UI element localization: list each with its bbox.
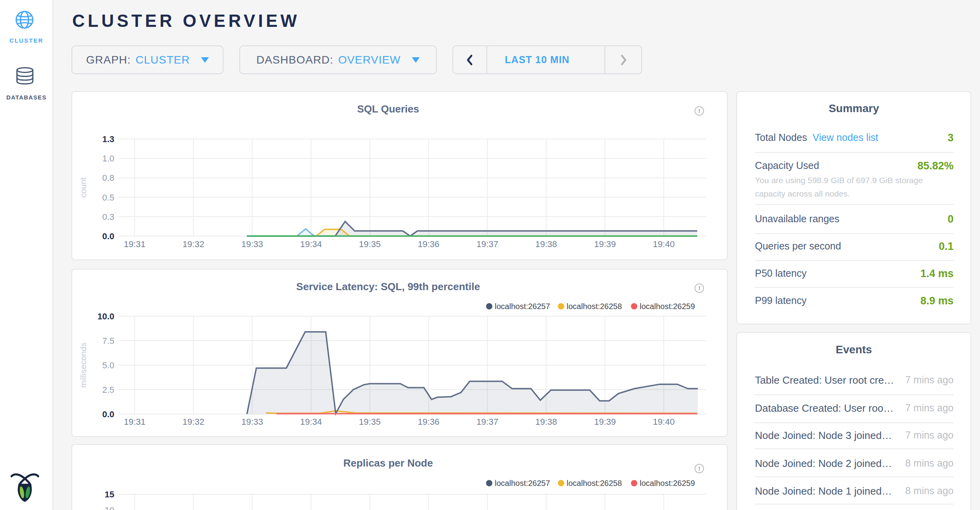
svg-text:15: 15 bbox=[105, 489, 114, 499]
svg-text:19:36: 19:36 bbox=[418, 239, 439, 249]
svg-text:19:38: 19:38 bbox=[535, 239, 557, 249]
svg-text:19:36: 19:36 bbox=[418, 417, 439, 427]
svg-text:19:35: 19:35 bbox=[359, 239, 381, 249]
svg-text:0.0: 0.0 bbox=[102, 409, 115, 419]
svg-text:19:40: 19:40 bbox=[653, 417, 675, 427]
svg-text:0.5: 0.5 bbox=[102, 193, 115, 202]
svg-text:19:38: 19:38 bbox=[535, 417, 557, 427]
svg-text:19:32: 19:32 bbox=[182, 239, 204, 249]
svg-text:19:39: 19:39 bbox=[594, 417, 616, 427]
svg-text:1.3: 1.3 bbox=[102, 134, 115, 144]
svg-text:10: 10 bbox=[105, 505, 114, 510]
svg-text:19:40: 19:40 bbox=[653, 239, 675, 249]
svg-text:5.0: 5.0 bbox=[102, 360, 115, 370]
svg-text:10.0: 10.0 bbox=[98, 311, 115, 321]
svg-text:count: count bbox=[79, 177, 88, 198]
svg-text:19:39: 19:39 bbox=[594, 239, 616, 249]
svg-text:7.5: 7.5 bbox=[102, 336, 115, 346]
svg-text:19:37: 19:37 bbox=[477, 417, 498, 427]
svg-text:19:37: 19:37 bbox=[477, 239, 498, 249]
svg-text:19:31: 19:31 bbox=[124, 239, 145, 249]
svg-text:19:34: 19:34 bbox=[300, 417, 322, 427]
svg-text:1.0: 1.0 bbox=[102, 154, 115, 163]
svg-text:0.3: 0.3 bbox=[102, 212, 115, 222]
svg-text:19:32: 19:32 bbox=[182, 417, 204, 427]
svg-text:2.5: 2.5 bbox=[102, 385, 115, 395]
svg-text:19:31: 19:31 bbox=[124, 417, 145, 427]
svg-text:19:33: 19:33 bbox=[241, 239, 263, 249]
svg-text:19:34: 19:34 bbox=[300, 239, 322, 249]
svg-text:0.8: 0.8 bbox=[102, 173, 115, 183]
svg-text:19:35: 19:35 bbox=[359, 417, 381, 427]
svg-text:0.0: 0.0 bbox=[102, 231, 115, 241]
svg-text:19:33: 19:33 bbox=[241, 417, 263, 427]
svg-text:milliseconds: milliseconds bbox=[79, 343, 88, 388]
